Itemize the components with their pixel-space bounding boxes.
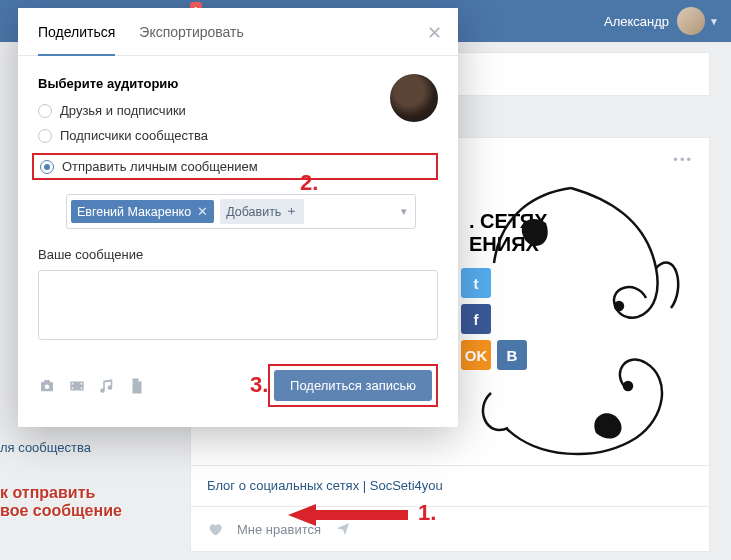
- side-red-text: к отправить вое сообщение: [0, 484, 122, 520]
- svg-rect-3: [70, 381, 84, 390]
- plus-icon: ＋: [285, 203, 298, 220]
- ok-icon: OK: [461, 340, 491, 370]
- side-label[interactable]: ля сообщества: [0, 440, 91, 455]
- modal-tabs: Поделиться Экспортировать ✕: [18, 8, 458, 56]
- social-icons: t f OK B: [461, 268, 527, 370]
- chevron-down-icon[interactable]: ▼: [709, 16, 719, 27]
- svg-point-2: [45, 384, 50, 389]
- attach-icons: [38, 377, 146, 395]
- document-icon[interactable]: [128, 377, 146, 395]
- add-recipient-button[interactable]: Добавить＋: [220, 199, 304, 224]
- remove-token-icon[interactable]: ✕: [197, 204, 208, 219]
- message-label: Ваше сообщение: [38, 247, 438, 262]
- svg-rect-5: [72, 387, 74, 389]
- radio-private-message[interactable]: Отправить личным сообщением: [34, 157, 264, 176]
- post-title-fragment: . СЕТЯХ ЕНИЯХ: [469, 210, 548, 256]
- tab-export[interactable]: Экспортировать: [139, 8, 243, 55]
- recipient-token[interactable]: Евгений Макаренко ✕: [71, 200, 214, 223]
- post-caption[interactable]: Блог о социальных сетях | SocSeti4you: [191, 465, 709, 505]
- radio-friends[interactable]: Друзья и подписчики: [38, 103, 438, 118]
- avatar[interactable]: [677, 7, 705, 35]
- username-label[interactable]: Александр: [604, 14, 669, 29]
- facebook-icon: f: [461, 304, 491, 334]
- more-icon[interactable]: •••: [673, 152, 693, 167]
- annotation-3: 3.: [250, 372, 268, 398]
- author-avatar: [390, 74, 438, 122]
- recipient-input[interactable]: Евгений Макаренко ✕ Добавить＋ ▾: [66, 194, 416, 229]
- message-textarea[interactable]: [38, 270, 438, 340]
- vk-icon: B: [497, 340, 527, 370]
- share-button[interactable]: Поделиться записью: [274, 370, 432, 401]
- close-icon[interactable]: ✕: [427, 22, 442, 44]
- highlight-box-2: Отправить личным сообщением: [32, 153, 438, 180]
- chevron-down-icon[interactable]: ▾: [401, 205, 407, 218]
- annotation-1: 1.: [418, 500, 436, 526]
- twitter-icon: t: [461, 268, 491, 298]
- audience-radio-group: Друзья и подписчики Подписчики сообществ…: [38, 103, 438, 180]
- svg-rect-7: [81, 387, 83, 389]
- like-bar: Мне нравится: [191, 506, 709, 551]
- music-icon[interactable]: [98, 377, 116, 395]
- svg-marker-8: [288, 504, 408, 526]
- video-icon[interactable]: [68, 377, 86, 395]
- heart-icon[interactable]: [207, 521, 223, 537]
- audience-title: Выберите аудиторию: [38, 76, 438, 91]
- annotation-2: 2.: [300, 170, 318, 196]
- camera-icon[interactable]: [38, 377, 56, 395]
- svg-point-1: [624, 382, 632, 390]
- svg-rect-6: [81, 383, 83, 385]
- svg-rect-4: [72, 383, 74, 385]
- share-modal: Поделиться Экспортировать ✕ Выберите ауд…: [18, 8, 458, 427]
- highlight-box-3: Поделиться записью: [268, 364, 438, 407]
- annotation-arrow: [288, 502, 408, 528]
- tab-share[interactable]: Поделиться: [38, 8, 115, 56]
- radio-community-subs[interactable]: Подписчики сообщества: [38, 128, 438, 143]
- svg-point-0: [615, 302, 623, 310]
